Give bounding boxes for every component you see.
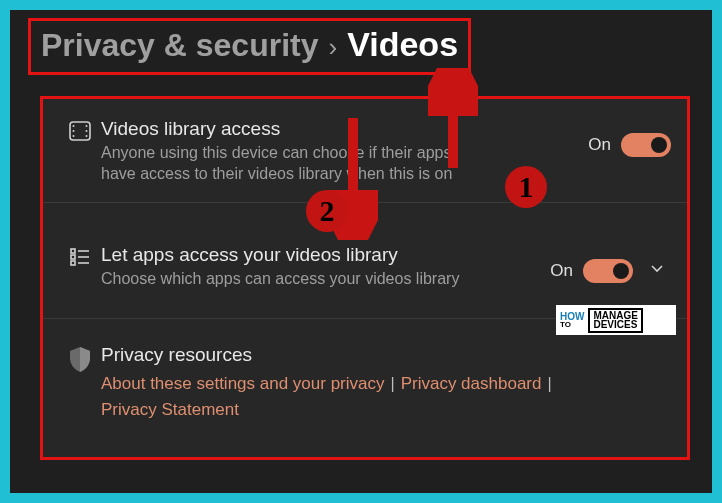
breadcrumb-parent[interactable]: Privacy & security bbox=[41, 27, 319, 64]
breadcrumb-current: Videos bbox=[347, 25, 458, 64]
breadcrumb-separator-icon: › bbox=[329, 32, 338, 63]
link-privacy-statement[interactable]: Privacy Statement bbox=[101, 400, 239, 419]
shield-icon bbox=[59, 343, 101, 373]
link-separator: | bbox=[541, 375, 557, 392]
chevron-down-icon[interactable] bbox=[643, 262, 671, 280]
svg-rect-9 bbox=[71, 261, 75, 265]
videos-access-toggle[interactable] bbox=[621, 133, 671, 157]
row-title: Videos library access bbox=[101, 117, 578, 141]
settings-panel: Videos library access Anyone using this … bbox=[40, 96, 690, 460]
toggle-state-label: On bbox=[550, 261, 573, 281]
breadcrumb: Privacy & security › Videos bbox=[28, 18, 471, 75]
row-videos-library-access: Videos library access Anyone using this … bbox=[43, 99, 687, 203]
row-description: Choose which apps can access your videos… bbox=[101, 269, 461, 290]
svg-point-5 bbox=[86, 130, 88, 132]
apps-access-toggle[interactable] bbox=[583, 259, 633, 283]
svg-point-4 bbox=[86, 125, 88, 127]
svg-rect-7 bbox=[71, 249, 75, 253]
link-about-settings[interactable]: About these settings and your privacy bbox=[101, 374, 385, 393]
row-privacy-resources: Privacy resources About these settings a… bbox=[43, 319, 687, 441]
toggle-knob bbox=[613, 263, 629, 279]
row-description: Anyone using this device can choose if t… bbox=[101, 143, 461, 185]
link-separator: | bbox=[385, 375, 401, 392]
row-title: Let apps access your videos library bbox=[101, 243, 540, 267]
row-let-apps-access[interactable]: Let apps access your videos library Choo… bbox=[43, 203, 687, 319]
svg-point-1 bbox=[73, 125, 75, 127]
toggle-state-label: On bbox=[588, 135, 611, 155]
svg-rect-8 bbox=[71, 255, 75, 259]
film-strip-icon bbox=[59, 117, 101, 143]
link-privacy-dashboard[interactable]: Privacy dashboard bbox=[401, 374, 542, 393]
toggle-knob bbox=[651, 137, 667, 153]
list-options-icon bbox=[59, 243, 101, 269]
settings-window: Privacy & security › Videos Videos libra… bbox=[10, 10, 712, 493]
row-title: Privacy resources bbox=[101, 343, 661, 367]
svg-point-2 bbox=[73, 130, 75, 132]
svg-point-6 bbox=[86, 135, 88, 137]
svg-point-3 bbox=[73, 135, 75, 137]
privacy-links: About these settings and your privacy|Pr… bbox=[101, 371, 601, 424]
